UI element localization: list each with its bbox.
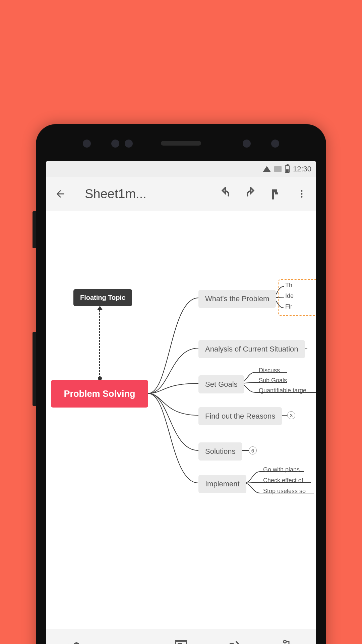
app-bar: Sheet1m... [46,177,316,211]
mindmap-canvas[interactable]: Floating Topic Problem Solving What's th… [46,211,316,629]
format-button[interactable] [268,186,284,202]
leaf-node[interactable]: Stop useless so [263,488,306,495]
add-relationship-button[interactable] [117,636,137,644]
phone-frame: 12:30 Sheet1m... [36,124,326,644]
redo-button[interactable] [243,186,258,202]
back-button[interactable] [53,186,68,202]
svg-point-0 [301,190,303,192]
root-node[interactable]: Problem Solving [51,380,148,408]
phone-sensor [111,140,119,148]
svg-point-12 [284,640,286,643]
phone-sensor [271,140,279,148]
leaf-node[interactable]: Ide [285,292,294,300]
leaf-node[interactable]: Sub Goals [259,377,287,384]
leaf-node[interactable]: Discuss [259,367,280,374]
branch-node[interactable]: Implement [198,475,246,493]
svg-point-1 [301,193,303,195]
add-summary-button[interactable] [225,636,245,644]
boundary-box[interactable] [278,279,316,316]
phone-side-button [33,332,36,406]
signal-icon [274,166,282,172]
phone-speaker [161,141,201,146]
relationship-line[interactable] [99,307,100,378]
phone-sensor [83,140,91,148]
leaf-node[interactable]: Th [285,282,292,289]
screen: 12:30 Sheet1m... [46,161,316,644]
collapsed-count-badge[interactable]: 6 [249,446,257,454]
wifi-icon [263,166,271,172]
phone-sensor [243,140,251,148]
svg-point-2 [301,196,303,198]
status-bar: 12:30 [46,161,316,177]
branch-node[interactable]: What's the Problem [198,290,276,308]
branch-node[interactable]: Solutions [198,442,242,461]
collapsed-count-badge[interactable]: 3 [287,411,295,419]
branch-node[interactable]: Analysis of Current Situation [198,340,305,358]
leaf-node[interactable]: Quantifiable targe [259,387,306,394]
phone-sensor [125,140,133,148]
add-subtopic-button[interactable] [63,636,83,644]
more-button[interactable] [294,186,309,202]
add-floating-button[interactable] [279,636,299,644]
add-note-button[interactable] [171,636,191,644]
branch-node[interactable]: Set Goals [198,375,244,393]
status-time: 12:30 [293,165,311,173]
leaf-node[interactable]: Go with plans [263,466,300,473]
battery-icon [285,165,290,173]
bottom-toolbar [46,629,316,644]
floating-topic-node[interactable]: Floating Topic [73,289,132,306]
leaf-node[interactable]: Fir [285,303,292,310]
document-title: Sheet1m... [78,187,207,201]
leaf-node[interactable]: Check effect of [263,477,303,484]
branch-node[interactable]: Find out the Reasons [198,407,282,425]
phone-side-button [33,211,36,248]
undo-button[interactable] [218,186,233,202]
